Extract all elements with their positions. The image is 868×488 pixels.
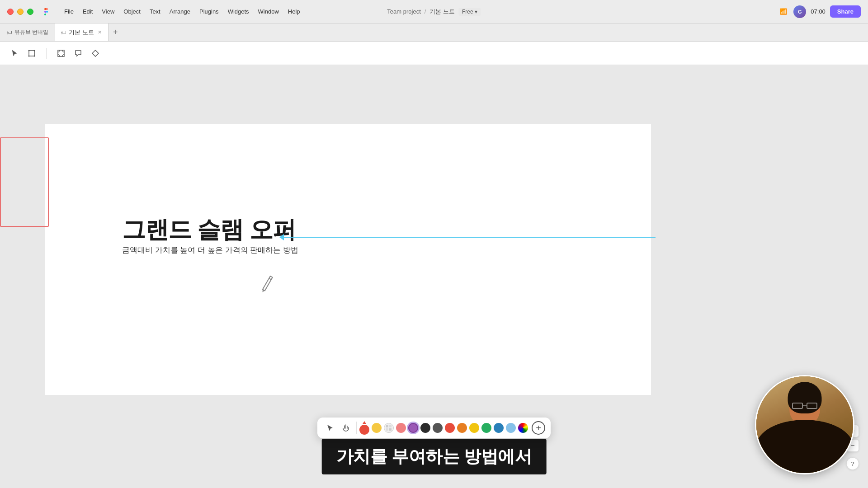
webcam-inner — [756, 376, 853, 473]
canvas-area[interactable]: 그랜드 슬램 오퍼 금액대비 가치를 높여 더 높은 가격의 판매하는 방법 가… — [0, 65, 868, 488]
comment-tool[interactable] — [71, 46, 85, 61]
color-swatch-pink[interactable] — [396, 423, 406, 433]
minimize-button[interactable] — [17, 9, 24, 15]
svg-point-1 — [28, 50, 30, 51]
subtitle-text: 가치를 부여하는 방법에서 — [336, 447, 532, 466]
menu-window[interactable]: Window — [255, 7, 283, 16]
figma-logo[interactable] — [41, 6, 52, 17]
svg-rect-15 — [386, 425, 388, 427]
svg-point-3 — [28, 55, 30, 56]
tab-bar: 🏷 유튜브 번내일 🏷 기본 노트 ✕ + — [0, 23, 868, 42]
menu-arrange[interactable]: Arrange — [166, 7, 194, 16]
svg-rect-16 — [389, 425, 392, 427]
palette-divider — [356, 422, 357, 434]
menu-help[interactable]: Help — [284, 7, 304, 16]
menu-widgets[interactable]: Widgets — [224, 7, 253, 16]
color-swatch-yellow[interactable] — [372, 423, 382, 433]
toolbar-divider-1 — [46, 48, 47, 59]
color-swatch-dark-gray[interactable] — [433, 423, 443, 433]
prev-tab-label: 유튜브 번내일 — [14, 28, 48, 36]
svg-point-2 — [34, 50, 35, 51]
pink-selection-rect — [0, 137, 49, 227]
menu-edit[interactable]: Edit — [79, 7, 96, 16]
breadcrumb-project[interactable]: Team project — [387, 8, 420, 15]
tool-group-select — [7, 46, 39, 61]
breadcrumb-page[interactable]: 기본 노트 — [429, 8, 455, 16]
svg-rect-0 — [29, 51, 34, 56]
fullscreen-button[interactable] — [27, 9, 33, 15]
title-bar-left: File Edit View Object Text Arrange Plugi… — [41, 6, 304, 17]
title-bar: File Edit View Object Text Arrange Plugi… — [0, 0, 868, 23]
current-tab-label: 기본 노트 — [69, 28, 94, 37]
breadcrumb: Team project / 기본 노트 Free ▾ — [387, 8, 481, 16]
tab-icon: 🏷 — [61, 29, 66, 36]
color-palette — [359, 421, 528, 435]
tab-close-button[interactable]: ✕ — [97, 28, 103, 36]
svg-rect-18 — [389, 428, 392, 431]
color-swatch-black[interactable] — [420, 423, 430, 433]
component-tool[interactable] — [88, 46, 103, 61]
tab-add-button[interactable]: + — [108, 28, 123, 37]
wifi-icon: 📶 — [778, 7, 789, 16]
svg-line-14 — [269, 278, 271, 280]
tag-icon: 🏷 — [6, 29, 12, 36]
color-swatch-purple[interactable] — [408, 423, 418, 433]
traffic-lights — [0, 9, 33, 15]
subtitle-overlay: 가치를 부여하는 방법에서 — [322, 439, 547, 474]
blue-connector-line — [280, 237, 656, 238]
color-swatch-grid[interactable] — [384, 423, 394, 433]
scale-tool[interactable] — [24, 46, 39, 61]
current-tab[interactable]: 🏷 기본 노트 ✕ — [55, 23, 108, 41]
webcam-overlay — [755, 375, 854, 474]
canvas-title[interactable]: 그랜드 슬램 오퍼 — [122, 214, 296, 246]
svg-rect-5 — [58, 50, 64, 56]
bottom-toolbar: + — [317, 418, 551, 438]
menu-plugins[interactable]: Plugins — [196, 7, 222, 16]
frame-tool[interactable] — [54, 46, 68, 61]
tool-group-insert — [54, 46, 103, 61]
hand-tool-btn[interactable] — [338, 421, 354, 435]
menu-object[interactable]: Object — [120, 7, 144, 16]
move-tool[interactable] — [7, 46, 22, 61]
title-bar-right: 📶 G 07:00 Share — [778, 5, 868, 18]
color-swatch-red2[interactable] — [445, 423, 455, 433]
arrow-tool-btn[interactable] — [323, 421, 338, 435]
color-swatch-red-marker[interactable] — [359, 425, 369, 435]
share-button[interactable]: Share — [830, 5, 861, 18]
svg-rect-17 — [386, 428, 388, 431]
main-toolbar — [0, 42, 868, 65]
color-swatch-light-blue[interactable] — [506, 423, 516, 433]
plan-badge[interactable]: Free ▾ — [458, 8, 481, 16]
canvas-subtitle[interactable]: 금액대비 가치를 높여 더 높은 가격의 판매하는 방법 — [122, 245, 298, 255]
close-button[interactable] — [7, 9, 14, 15]
prev-tab[interactable]: 🏷 유튜브 번내일 — [0, 23, 55, 41]
canvas-frame — [45, 124, 651, 395]
color-swatch-green[interactable] — [481, 423, 491, 433]
menu-view[interactable]: View — [98, 7, 118, 16]
avatar[interactable]: G — [793, 5, 806, 18]
svg-point-4 — [34, 55, 35, 56]
breadcrumb-separator: / — [425, 8, 426, 15]
menu-file[interactable]: File — [61, 7, 77, 16]
color-swatch-light-yellow[interactable] — [469, 423, 479, 433]
timer-display: 07:00 — [811, 8, 826, 15]
color-swatch-dark-orange[interactable] — [457, 423, 467, 433]
add-color-button[interactable]: + — [532, 421, 545, 435]
color-swatch-rainbow[interactable] — [518, 423, 528, 433]
menu-bar: File Edit View Object Text Arrange Plugi… — [61, 7, 304, 16]
color-swatch-blue[interactable] — [494, 423, 504, 433]
menu-text[interactable]: Text — [146, 7, 164, 16]
